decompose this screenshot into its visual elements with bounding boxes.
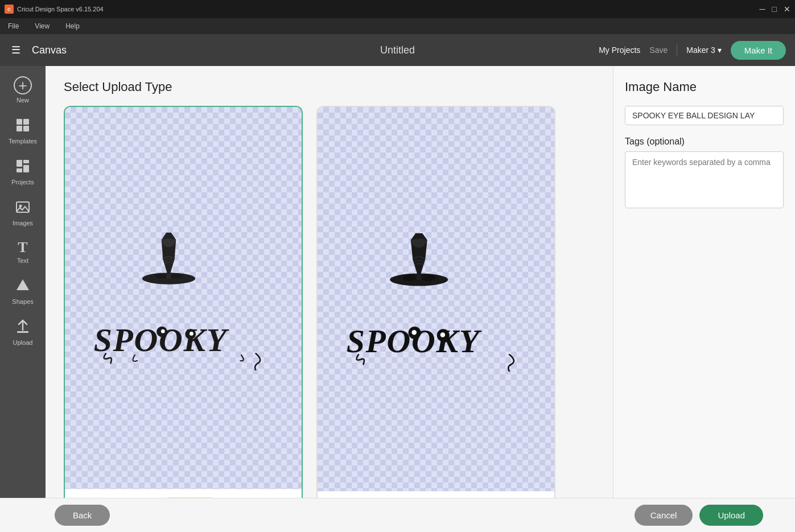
image-name-input[interactable] xyxy=(625,106,784,125)
sidebar-item-label-images: Images xyxy=(13,220,33,226)
app-logo: C xyxy=(5,5,14,14)
sidebar-item-templates[interactable]: Templates xyxy=(0,112,46,150)
cut-image-svg: SPOOKY xyxy=(86,225,280,370)
cards-row: SPOOKY xyxy=(64,106,595,518)
sidebar-item-upload[interactable]: Upload xyxy=(0,313,46,352)
cut-image-checkerboard: SPOOKY xyxy=(65,107,302,489)
print-then-cut-card[interactable]: SPOOKY 🖨 xyxy=(316,106,555,518)
sidebar-item-label-text: Text xyxy=(17,257,28,264)
bottom-bar: Back Cancel Upload xyxy=(0,498,795,532)
machine-name: Maker 3 xyxy=(686,46,715,55)
sidebar-item-text[interactable]: T Text xyxy=(0,234,46,270)
print-then-cut-preview: SPOOKY xyxy=(318,107,554,491)
sidebar-item-label-shapes: Shapes xyxy=(12,298,33,305)
section-title: Select Upload Type xyxy=(64,80,595,94)
sidebar-item-label-upload: Upload xyxy=(13,339,33,346)
menu-help[interactable]: Help xyxy=(62,21,83,31)
maximize-button[interactable]: □ xyxy=(772,5,777,13)
app-name: Cricut Design Space v6.15.204 xyxy=(17,6,104,13)
sidebar-item-label-new: New xyxy=(17,97,29,104)
sidebar-item-label-projects: Projects xyxy=(11,179,34,185)
svg-point-18 xyxy=(190,332,193,336)
svg-rect-8 xyxy=(17,202,29,212)
text-icon: T xyxy=(18,240,27,255)
main-content: Select Upload Type xyxy=(46,66,613,532)
svg-point-20 xyxy=(416,275,422,281)
right-panel: Image Name Tags (optional) xyxy=(613,66,795,532)
title-bar-controls: ─ □ ✕ xyxy=(760,5,790,13)
svg-rect-5 xyxy=(23,160,29,163)
save-button[interactable]: Save xyxy=(649,46,668,55)
minimize-button[interactable]: ─ xyxy=(760,5,765,13)
cut-image-card[interactable]: SPOOKY xyxy=(64,106,303,518)
print-then-cut-svg: SPOOKY xyxy=(339,226,533,372)
svg-rect-4 xyxy=(17,160,22,167)
cut-image-preview: SPOOKY xyxy=(65,107,302,489)
back-button[interactable]: Back xyxy=(55,505,110,526)
sidebar-item-images[interactable]: Images xyxy=(0,193,46,232)
upload-icon xyxy=(15,319,31,337)
menu-file[interactable]: File xyxy=(5,21,22,31)
svg-point-17 xyxy=(161,329,165,333)
svg-rect-7 xyxy=(23,165,29,172)
images-icon xyxy=(15,199,31,217)
sidebar: + New Templates xyxy=(0,66,46,532)
svg-rect-6 xyxy=(17,168,22,172)
svg-rect-0 xyxy=(17,119,22,125)
header-divider xyxy=(677,44,677,56)
menu-bar: File View Help xyxy=(0,18,795,34)
panel-heading: Image Name xyxy=(625,80,784,94)
header-right: My Projects Save Maker 3 ▾ Make It xyxy=(599,41,786,60)
projects-icon xyxy=(15,158,31,176)
sidebar-item-label-templates: Templates xyxy=(9,138,37,145)
my-projects-button[interactable]: My Projects xyxy=(599,46,640,55)
hamburger-button[interactable]: ☰ xyxy=(9,42,23,59)
machine-selector[interactable]: Maker 3 ▾ xyxy=(686,46,722,55)
chevron-down-icon: ▾ xyxy=(718,46,722,55)
upload-button[interactable]: Upload xyxy=(699,505,763,526)
canvas-label: Canvas xyxy=(32,44,67,56)
new-icon: + xyxy=(14,76,32,94)
cancel-button[interactable]: Cancel xyxy=(635,505,693,526)
tags-section: Tags (optional) xyxy=(625,137,784,211)
title-bar-left: C Cricut Design Space v6.15.204 xyxy=(5,5,104,14)
app-header: ☰ Canvas Untitled My Projects Save Maker… xyxy=(0,34,795,66)
svg-point-9 xyxy=(19,205,22,208)
app-body: + New Templates xyxy=(0,66,795,532)
svg-rect-11 xyxy=(17,331,28,333)
tags-label: Tags (optional) xyxy=(625,137,784,147)
svg-rect-3 xyxy=(23,126,29,131)
print-then-cut-checkerboard: SPOOKY xyxy=(318,107,554,491)
svg-point-25 xyxy=(440,332,446,337)
sidebar-item-projects[interactable]: Projects xyxy=(0,152,46,191)
svg-rect-2 xyxy=(17,126,22,131)
sidebar-item-shapes[interactable]: Shapes xyxy=(0,272,46,311)
make-it-button[interactable]: Make It xyxy=(731,41,786,60)
svg-rect-1 xyxy=(23,119,29,125)
close-button[interactable]: ✕ xyxy=(784,5,790,13)
bottom-right-buttons: Cancel Upload xyxy=(635,505,763,526)
title-bar: C Cricut Design Space v6.15.204 ─ □ ✕ xyxy=(0,0,795,18)
svg-point-13 xyxy=(166,274,171,279)
svg-point-24 xyxy=(412,330,417,335)
shapes-icon xyxy=(15,278,31,296)
svg-marker-10 xyxy=(17,279,29,290)
sidebar-item-new[interactable]: + New xyxy=(0,71,46,109)
templates-icon xyxy=(15,117,31,135)
tags-textarea[interactable] xyxy=(625,151,784,208)
menu-view[interactable]: View xyxy=(31,21,53,31)
